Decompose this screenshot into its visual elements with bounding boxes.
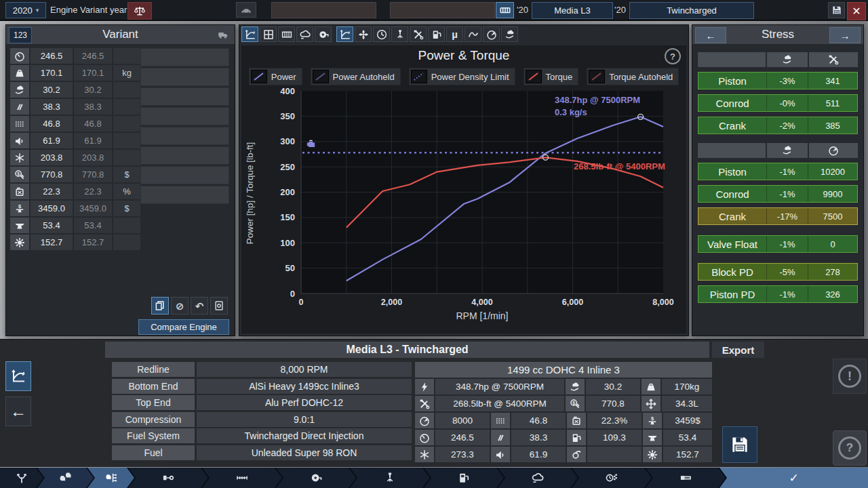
friction-graph[interactable]: µ	[446, 26, 463, 42]
stress-row-block-pd[interactable]: Block PD-5%278	[698, 263, 858, 281]
stress-part-label: Valve Float	[698, 236, 766, 252]
tab-engine-family[interactable]: Media L3	[532, 2, 613, 19]
next-panel-button[interactable]: →	[829, 27, 861, 43]
export-button[interactable]: Export	[712, 342, 764, 358]
nav-bottom-end[interactable]	[128, 468, 208, 488]
undo-button[interactable]: ↶	[191, 297, 208, 314]
stress-row-crank[interactable]: Crank-2%385	[698, 117, 858, 134]
stress-row-piston[interactable]: Piston-3%341	[698, 72, 858, 89]
rpm-graph[interactable]	[483, 26, 500, 42]
nav-testing[interactable]	[572, 468, 652, 488]
power-torque-graph[interactable]	[336, 26, 353, 42]
nav-top-end[interactable]	[202, 468, 282, 488]
compare-engine-button[interactable]: Compare Engine	[138, 319, 229, 335]
svg-text:400: 400	[280, 86, 295, 96]
copy-variant-button[interactable]	[151, 297, 169, 314]
legend-item-torque-dim[interactable]: Torque Autoheld	[587, 68, 679, 85]
ignition-graph[interactable]	[391, 26, 408, 42]
engine-block-view[interactable]	[260, 26, 277, 42]
nav-confirm[interactable]: ✓	[719, 468, 868, 488]
nav-engine-variant[interactable]	[87, 468, 134, 488]
save-engine-button[interactable]	[722, 426, 757, 463]
torque-dim-swatch-icon	[589, 70, 605, 83]
nav-fuel[interactable]	[424, 468, 504, 488]
nav-aspiration[interactable]	[276, 468, 356, 488]
legend-item-limit[interactable]: Power Density Limit	[409, 68, 515, 85]
torque-curve-graph[interactable]	[465, 26, 481, 42]
stat-unit: kg	[113, 65, 140, 81]
graph-summary-button[interactable]	[5, 361, 31, 391]
stress-row-piston[interactable]: Piston-1%10200	[698, 163, 858, 180]
spec-row-compression: Compression9.0:1	[112, 412, 412, 427]
tools-icon	[412, 28, 425, 41]
car-model-field[interactable]	[271, 2, 376, 18]
mu-icon: µ	[452, 29, 458, 39]
back-button[interactable]: ←	[5, 396, 31, 426]
stress-row-valve-float[interactable]: Valve Float-1%0	[698, 235, 858, 253]
legend-item-power-dim[interactable]: Power Autoheld	[311, 68, 401, 85]
nav-fuel-system[interactable]	[350, 468, 430, 488]
legend-item-torque[interactable]: Torque	[524, 68, 579, 85]
graphs-view[interactable]	[241, 26, 258, 42]
fuel-graph[interactable]	[428, 26, 445, 42]
nav-exhaust[interactable]	[498, 468, 578, 488]
stat-value: 152.7	[663, 447, 712, 462]
gearwrench-icon	[14, 237, 26, 249]
jerry-cell	[10, 184, 29, 199]
nav-drivetrain[interactable]	[0, 468, 43, 488]
legend-item-power[interactable]: Power	[249, 68, 302, 85]
discard-button[interactable]: ⊘	[171, 297, 189, 314]
clone-button[interactable]	[210, 297, 228, 314]
svg-text:6,000: 6,000	[562, 298, 583, 307]
econ-cell	[566, 379, 585, 394]
economy-graph[interactable]	[501, 26, 518, 42]
prev-panel-button[interactable]: ←	[695, 27, 726, 43]
help-icon[interactable]: ?	[665, 48, 681, 64]
stress-row-piston-pd[interactable]: Piston PD-1%326	[698, 285, 858, 303]
help-button[interactable]: ?	[833, 430, 867, 466]
save-layout-button[interactable]	[828, 2, 845, 18]
empty-slot	[140, 186, 229, 204]
turbo-view[interactable]	[315, 26, 332, 42]
cooling-graph[interactable]	[355, 26, 372, 42]
warning-button[interactable]: !	[833, 359, 867, 394]
spec-label: Compression	[112, 412, 195, 427]
car-mode-button[interactable]	[236, 2, 256, 18]
stat-value-compare: 170.1	[74, 65, 112, 81]
anvil-icon	[14, 220, 26, 232]
car-trim-field[interactable]	[390, 2, 495, 18]
stat-value: 61.9	[511, 447, 566, 462]
weight-icon	[645, 381, 657, 393]
variant-year-dropdown[interactable]: 2020 ▾	[5, 2, 46, 18]
tools-icon	[827, 54, 840, 66]
stress-percent: -5%	[766, 264, 808, 280]
stress-row-crank[interactable]: Crank-17%7500	[698, 207, 858, 225]
exhaust-icon	[531, 471, 545, 485]
compare-scales-button[interactable]	[127, 2, 152, 20]
exhaust-view[interactable]	[296, 26, 313, 42]
chart-title: Power & Torque	[241, 48, 686, 63]
stat-value: 770.8	[31, 167, 73, 182]
stress-graph[interactable]	[410, 26, 427, 42]
dyno-icon	[605, 471, 618, 485]
stress-row-conrod[interactable]: Conrod-0%511	[698, 94, 858, 112]
stress-row-conrod[interactable]: Conrod-1%9900	[698, 185, 858, 203]
forbid-icon: ⊘	[176, 301, 184, 311]
close-button[interactable]: ✕	[847, 2, 866, 20]
variant-stat-row: 46.846.8	[10, 116, 140, 131]
svg-text:0: 0	[290, 289, 295, 299]
wrenchdollar-icon	[569, 398, 581, 410]
cylinder-head-view[interactable]	[278, 26, 295, 42]
econ-icon	[14, 84, 26, 96]
empty-slot	[140, 48, 229, 66]
famtree-icon	[59, 471, 73, 485]
stress-part-label: Crank	[698, 208, 766, 224]
engine-mode-button[interactable]	[496, 2, 514, 18]
nav-design[interactable]	[646, 468, 726, 488]
stat-value-compare: 30.2	[74, 82, 112, 98]
dyno-graph[interactable]	[373, 26, 390, 42]
numbers-toggle-button[interactable]: 123	[9, 27, 32, 43]
tab-engine-variant[interactable]: Twincharged	[629, 2, 754, 19]
stat-value: 246.5	[435, 430, 490, 445]
nav-engine-family[interactable]	[37, 468, 94, 488]
